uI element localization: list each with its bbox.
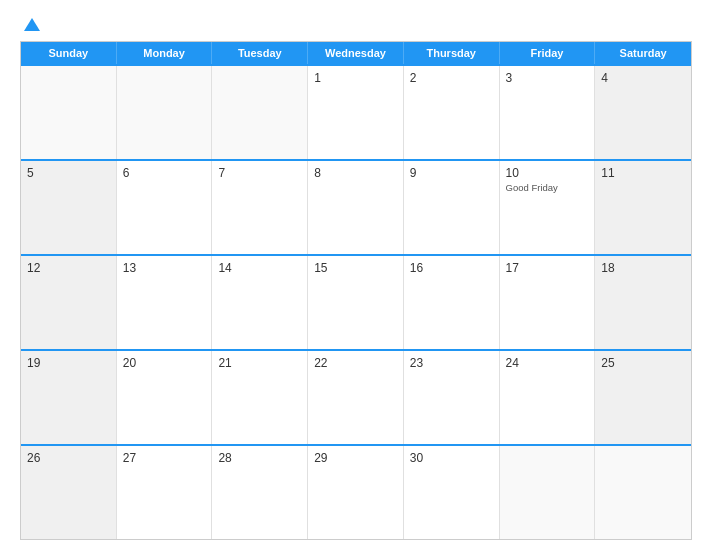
- day-number: 22: [314, 356, 397, 370]
- week-row-3: 19202122232425: [21, 349, 691, 444]
- day-number: 19: [27, 356, 110, 370]
- day-number: 26: [27, 451, 110, 465]
- day-header-monday: Monday: [117, 42, 213, 64]
- day-number: 8: [314, 166, 397, 180]
- day-header-saturday: Saturday: [595, 42, 691, 64]
- day-number: 20: [123, 356, 206, 370]
- day-cell: 4: [595, 66, 691, 159]
- day-cell: 1: [308, 66, 404, 159]
- day-number: 7: [218, 166, 301, 180]
- week-row-1: 5678910Good Friday11: [21, 159, 691, 254]
- day-number: 14: [218, 261, 301, 275]
- day-number: 3: [506, 71, 589, 85]
- day-cell: [117, 66, 213, 159]
- day-number: 27: [123, 451, 206, 465]
- calendar-page: SundayMondayTuesdayWednesdayThursdayFrid…: [0, 0, 712, 550]
- day-cell: 11: [595, 161, 691, 254]
- day-cell: [21, 66, 117, 159]
- day-number: 2: [410, 71, 493, 85]
- day-cell: 28: [212, 446, 308, 539]
- day-number: 9: [410, 166, 493, 180]
- day-cell: 29: [308, 446, 404, 539]
- day-number: 5: [27, 166, 110, 180]
- day-number: 21: [218, 356, 301, 370]
- day-cell: 30: [404, 446, 500, 539]
- day-number: 6: [123, 166, 206, 180]
- day-cell: 14: [212, 256, 308, 349]
- day-number: 28: [218, 451, 301, 465]
- logo-triangle-icon: [24, 18, 40, 31]
- day-cell: 12: [21, 256, 117, 349]
- week-row-2: 12131415161718: [21, 254, 691, 349]
- day-cell: [212, 66, 308, 159]
- day-cell: 25: [595, 351, 691, 444]
- day-cell: 13: [117, 256, 213, 349]
- week-row-0: 1234: [21, 64, 691, 159]
- day-number: 10: [506, 166, 589, 180]
- day-cell: 15: [308, 256, 404, 349]
- day-number: 12: [27, 261, 110, 275]
- day-cell: 10Good Friday: [500, 161, 596, 254]
- day-header-wednesday: Wednesday: [308, 42, 404, 64]
- calendar: SundayMondayTuesdayWednesdayThursdayFrid…: [20, 41, 692, 540]
- day-number: 4: [601, 71, 685, 85]
- day-header-sunday: Sunday: [21, 42, 117, 64]
- day-number: 24: [506, 356, 589, 370]
- logo: [20, 18, 40, 31]
- day-cell: 21: [212, 351, 308, 444]
- day-cell: 24: [500, 351, 596, 444]
- day-number: 1: [314, 71, 397, 85]
- day-cell: 17: [500, 256, 596, 349]
- day-cell: 20: [117, 351, 213, 444]
- day-number: 29: [314, 451, 397, 465]
- day-cell: 9: [404, 161, 500, 254]
- week-row-4: 2627282930: [21, 444, 691, 539]
- day-number: 23: [410, 356, 493, 370]
- day-number: 25: [601, 356, 685, 370]
- day-number: 30: [410, 451, 493, 465]
- day-cell: [595, 446, 691, 539]
- day-cell: 2: [404, 66, 500, 159]
- day-number: 17: [506, 261, 589, 275]
- day-cell: 16: [404, 256, 500, 349]
- day-cell: 6: [117, 161, 213, 254]
- day-cell: 22: [308, 351, 404, 444]
- day-headers-row: SundayMondayTuesdayWednesdayThursdayFrid…: [21, 42, 691, 64]
- day-cell: 27: [117, 446, 213, 539]
- day-number: 18: [601, 261, 685, 275]
- day-number: 11: [601, 166, 685, 180]
- logo-blue-text: [20, 18, 40, 31]
- weeks-container: 12345678910Good Friday111213141516171819…: [21, 64, 691, 539]
- holiday-label: Good Friday: [506, 182, 589, 193]
- day-header-friday: Friday: [500, 42, 596, 64]
- day-cell: 8: [308, 161, 404, 254]
- day-cell: [500, 446, 596, 539]
- day-cell: 26: [21, 446, 117, 539]
- day-cell: 3: [500, 66, 596, 159]
- day-cell: 23: [404, 351, 500, 444]
- day-number: 16: [410, 261, 493, 275]
- day-number: 15: [314, 261, 397, 275]
- day-header-thursday: Thursday: [404, 42, 500, 64]
- day-cell: 5: [21, 161, 117, 254]
- day-cell: 19: [21, 351, 117, 444]
- day-number: 13: [123, 261, 206, 275]
- day-cell: 7: [212, 161, 308, 254]
- header: [20, 18, 692, 31]
- day-header-tuesday: Tuesday: [212, 42, 308, 64]
- day-cell: 18: [595, 256, 691, 349]
